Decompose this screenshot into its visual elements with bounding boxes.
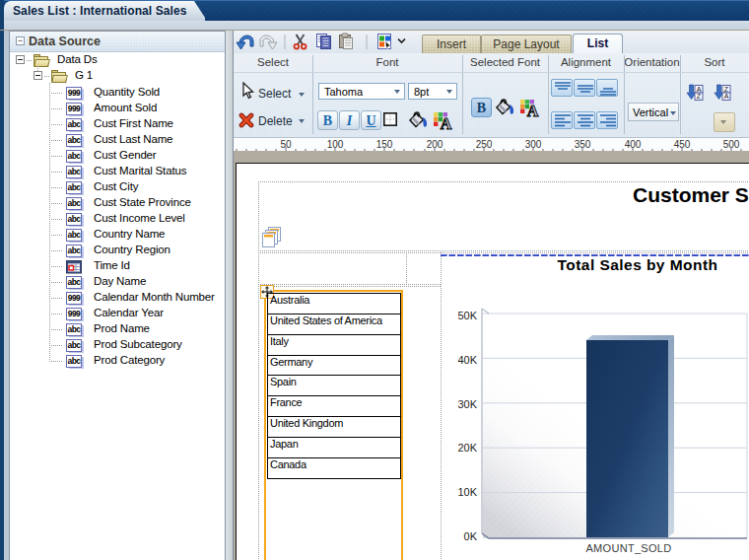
svg-text:A: A [697,86,702,93]
svg-text:20K: 20K [457,442,477,454]
svg-text:A: A [724,93,729,100]
svg-text:A: A [441,115,452,132]
svg-text:A: A [527,103,539,119]
svg-text:0K: 0K [464,530,478,542]
svg-text:30K: 30K [457,398,477,410]
svg-text:10K: 10K [457,486,477,498]
svg-text:Z: Z [697,93,702,100]
svg-text:AMOUNT_SOLD: AMOUNT_SOLD [585,542,671,554]
svg-text:Z: Z [724,86,729,93]
svg-text:50K: 50K [457,310,477,321]
svg-text:40K: 40K [457,354,477,366]
